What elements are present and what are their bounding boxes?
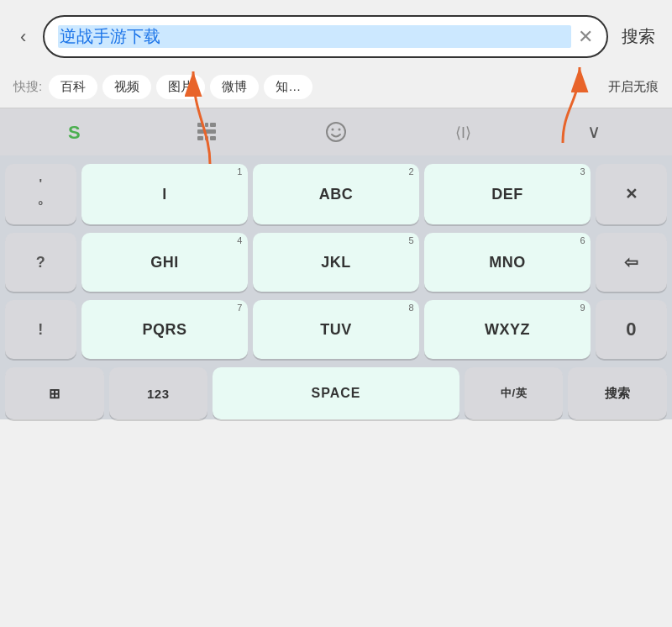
key-9-wxyz[interactable]: 9 WXYZ xyxy=(424,300,591,359)
svg-rect-1 xyxy=(197,123,203,127)
svg-text:S: S xyxy=(68,122,81,143)
key-1-l[interactable]: 1 l xyxy=(81,164,248,224)
private-mode-button[interactable]: 开启无痕 xyxy=(608,79,659,95)
keyboard-row-2: ? 4 GHI 5 JKL 6 MNO ⇦ xyxy=(5,233,667,292)
svg-rect-5 xyxy=(197,136,203,140)
key-0[interactable]: 0 xyxy=(596,300,667,359)
keyboard-row-4: ⊞ 123 SPACE 中/英 搜索 xyxy=(5,367,667,419)
keyboard-row-1: ' ° 1 l 2 ABC 3 DEF ✕ xyxy=(5,164,667,224)
header: ‹ 逆战手游下载 ✕ 搜索 xyxy=(0,0,672,68)
svg-point-9 xyxy=(331,129,333,131)
key-5-jkl[interactable]: 5 JKL xyxy=(253,233,419,292)
svg-point-10 xyxy=(338,129,340,131)
key-grid[interactable]: ⊞ xyxy=(5,367,104,419)
clear-icon[interactable]: ✕ xyxy=(578,26,593,48)
key-6-mno[interactable]: 6 MNO xyxy=(424,233,591,292)
key-4-ghi[interactable]: 4 GHI xyxy=(81,233,248,292)
tag-video[interactable]: 视频 xyxy=(102,75,151,99)
quick-search-label: 快搜: xyxy=(13,79,42,95)
key-lang-switch[interactable]: 中/英 xyxy=(465,367,564,419)
key-2-abc[interactable]: 2 ABC xyxy=(253,164,419,224)
svg-text:⟨I⟩: ⟨I⟩ xyxy=(455,124,471,141)
quick-search-tags: 百科 视频 图片 微博 知… xyxy=(49,75,601,99)
tag-images[interactable]: 图片 xyxy=(156,75,205,99)
keyboard-row-3: ! 7 PQRS 8 TUV 9 WXYZ 0 xyxy=(5,300,667,359)
back-button[interactable]: ‹ xyxy=(13,23,33,51)
svg-point-8 xyxy=(327,123,345,141)
quick-search-bar: 快搜: 百科 视频 图片 微博 知… 开启无痕 xyxy=(0,68,672,108)
tag-baike[interactable]: 百科 xyxy=(49,75,97,99)
keyboard-grid-icon[interactable] xyxy=(143,115,272,149)
search-bar[interactable]: 逆战手游下载 ✕ xyxy=(43,15,608,58)
keyboard-toolbar: S ⟨I⟩ ∨ xyxy=(0,108,672,155)
key-punct-3[interactable]: ! xyxy=(5,300,76,359)
tag-weibo[interactable]: 微博 xyxy=(210,75,259,99)
search-input[interactable]: 逆战手游下载 xyxy=(58,25,571,48)
key-3-def[interactable]: 3 DEF xyxy=(424,164,591,224)
emoji-icon[interactable] xyxy=(271,115,401,149)
key-delete[interactable]: ✕ xyxy=(596,164,667,224)
keyboard: ' ° 1 l 2 ABC 3 DEF ✕ ? 4 GHI 5 JKL 6 MN… xyxy=(0,155,672,419)
svg-rect-4 xyxy=(197,129,216,134)
key-space[interactable]: SPACE xyxy=(213,367,459,419)
svg-rect-7 xyxy=(210,136,216,140)
key-punct-1[interactable]: ' ° xyxy=(5,164,76,224)
key-backspace[interactable]: ⇦ xyxy=(596,233,667,292)
key-123[interactable]: 123 xyxy=(109,367,208,419)
svg-rect-3 xyxy=(210,123,216,127)
key-punct-2[interactable]: ? xyxy=(5,233,76,292)
key-7-pqrs[interactable]: 7 PQRS xyxy=(81,300,248,359)
svg-rect-2 xyxy=(205,123,208,127)
cursor-icon[interactable]: ⟨I⟩ xyxy=(401,115,530,149)
sogou-icon[interactable]: S xyxy=(13,115,143,149)
svg-rect-6 xyxy=(205,136,208,140)
tag-zhihu[interactable]: 知… xyxy=(264,75,312,99)
key-search[interactable]: 搜索 xyxy=(568,367,667,419)
search-button[interactable]: 搜索 xyxy=(618,25,659,48)
key-8-tuv[interactable]: 8 TUV xyxy=(253,300,419,359)
keyboard-collapse-button[interactable]: ∨ xyxy=(529,121,659,143)
